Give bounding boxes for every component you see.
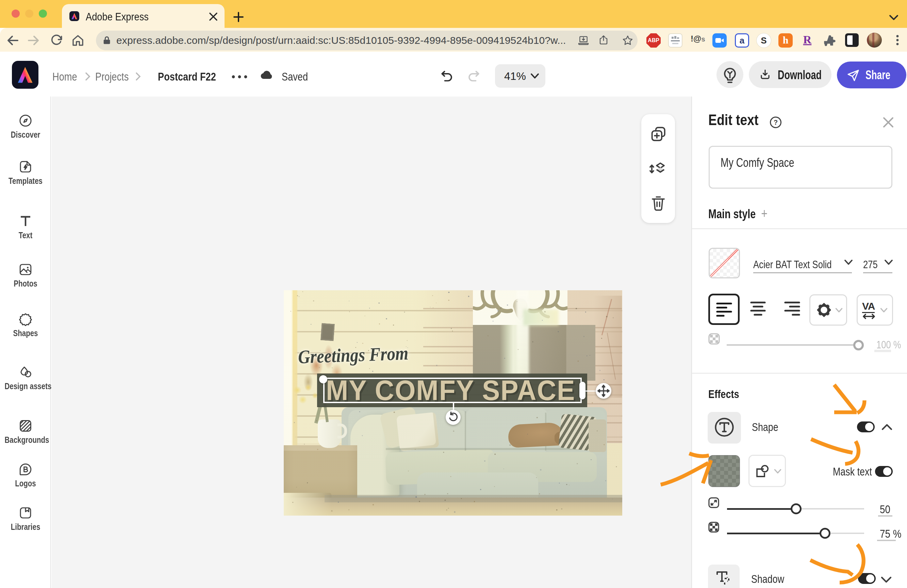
svg-text:?: ? <box>774 118 778 126</box>
